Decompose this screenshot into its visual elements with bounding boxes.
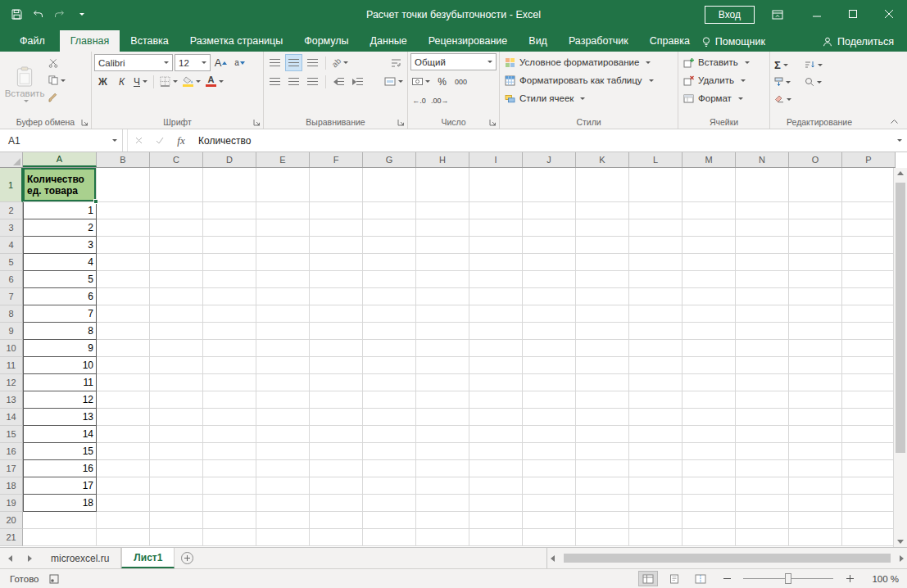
cell[interactable] (736, 340, 789, 357)
row-header[interactable]: 12 (0, 374, 23, 391)
cell[interactable] (576, 357, 629, 374)
ribbon-tab[interactable]: Главная (60, 30, 120, 52)
align-right-button[interactable] (304, 73, 321, 90)
cell[interactable] (842, 477, 896, 495)
cell[interactable] (363, 374, 416, 391)
cell[interactable] (842, 426, 896, 443)
cell[interactable] (256, 477, 310, 495)
cell[interactable] (150, 409, 203, 426)
cell[interactable] (683, 237, 736, 254)
cell[interactable] (789, 254, 842, 271)
cell[interactable] (97, 512, 150, 529)
dialog-launcher-icon[interactable] (397, 119, 405, 126)
cell[interactable] (416, 271, 469, 288)
cell[interactable] (789, 288, 842, 305)
cell[interactable] (97, 391, 150, 409)
cell[interactable] (683, 340, 736, 357)
cell[interactable] (97, 219, 150, 237)
percent-style-button[interactable]: % (433, 73, 451, 90)
cell[interactable] (97, 254, 150, 271)
cell[interactable] (683, 460, 736, 477)
cell[interactable] (363, 409, 416, 426)
column-header[interactable]: I (469, 152, 523, 167)
cell[interactable] (469, 477, 523, 495)
undo-button[interactable] (28, 4, 48, 25)
cell[interactable] (789, 477, 842, 495)
cell[interactable] (256, 460, 310, 477)
row-header[interactable]: 8 (0, 305, 23, 323)
cell[interactable] (629, 477, 683, 495)
cell[interactable] (736, 460, 789, 477)
cell[interactable] (469, 426, 523, 443)
cell[interactable] (416, 512, 469, 529)
cell[interactable] (736, 443, 789, 460)
cell[interactable] (363, 271, 416, 288)
cell[interactable] (150, 340, 203, 357)
cell[interactable] (736, 495, 789, 512)
macro-record-icon[interactable] (49, 574, 60, 584)
cell[interactable] (523, 426, 576, 443)
align-top-button[interactable] (266, 54, 283, 71)
cell[interactable] (203, 391, 256, 409)
cell[interactable] (683, 529, 736, 546)
cell[interactable]: 7 (23, 305, 97, 323)
cell[interactable] (256, 374, 310, 391)
cell[interactable] (469, 374, 523, 391)
cell[interactable] (736, 357, 789, 374)
save-button[interactable] (7, 4, 26, 25)
cell[interactable] (256, 426, 310, 443)
cell[interactable] (736, 391, 789, 409)
row-header[interactable]: 1 (0, 168, 23, 202)
insert-function-button[interactable]: fx (170, 129, 192, 152)
cell[interactable] (576, 323, 629, 340)
row-header[interactable]: 19 (0, 495, 23, 512)
cell[interactable] (310, 374, 363, 391)
merge-center-button[interactable] (383, 73, 405, 90)
cell[interactable] (203, 426, 256, 443)
formula-bar-expand-button[interactable] (889, 129, 907, 152)
cell[interactable] (469, 443, 523, 460)
cell[interactable] (789, 305, 842, 323)
close-button[interactable] (871, 0, 907, 29)
cell[interactable] (469, 254, 523, 271)
cell[interactable] (203, 443, 256, 460)
cell[interactable] (576, 219, 629, 237)
cell[interactable]: 14 (23, 426, 97, 443)
cell[interactable] (416, 237, 469, 254)
column-header[interactable]: P (842, 152, 896, 167)
cell[interactable] (789, 237, 842, 254)
cell[interactable] (416, 495, 469, 512)
cell[interactable] (629, 495, 683, 512)
cell[interactable] (150, 271, 203, 288)
cell[interactable] (150, 305, 203, 323)
cell[interactable] (23, 512, 97, 529)
row-header[interactable]: 21 (0, 529, 23, 546)
cell[interactable] (203, 202, 256, 219)
ribbon-display-options-button[interactable] (768, 4, 787, 25)
cancel-button[interactable] (128, 129, 149, 152)
cell[interactable] (416, 477, 469, 495)
cell[interactable] (576, 460, 629, 477)
sheet-nav-left-button[interactable] (0, 548, 20, 568)
align-middle-button[interactable] (285, 54, 302, 71)
cell[interactable] (416, 409, 469, 426)
ribbon-tab[interactable]: Рецензирование (418, 30, 519, 52)
row-header[interactable]: 11 (0, 357, 23, 374)
cell[interactable] (416, 374, 469, 391)
cell[interactable] (576, 426, 629, 443)
zoom-slider[interactable] (743, 578, 833, 579)
cell[interactable] (203, 237, 256, 254)
cell[interactable] (576, 288, 629, 305)
cell[interactable] (97, 323, 150, 340)
cell[interactable] (256, 168, 310, 202)
row-header[interactable]: 16 (0, 443, 23, 460)
cell[interactable] (789, 529, 842, 546)
cell[interactable] (523, 271, 576, 288)
row-header[interactable]: 15 (0, 426, 23, 443)
cell[interactable] (469, 219, 523, 237)
font-name-combo[interactable]: Calibri (94, 54, 173, 71)
sort-filter-button[interactable] (803, 57, 824, 73)
ribbon-tab[interactable]: Формулы (293, 30, 359, 52)
cell[interactable] (842, 512, 896, 529)
row-header[interactable]: 3 (0, 219, 23, 237)
